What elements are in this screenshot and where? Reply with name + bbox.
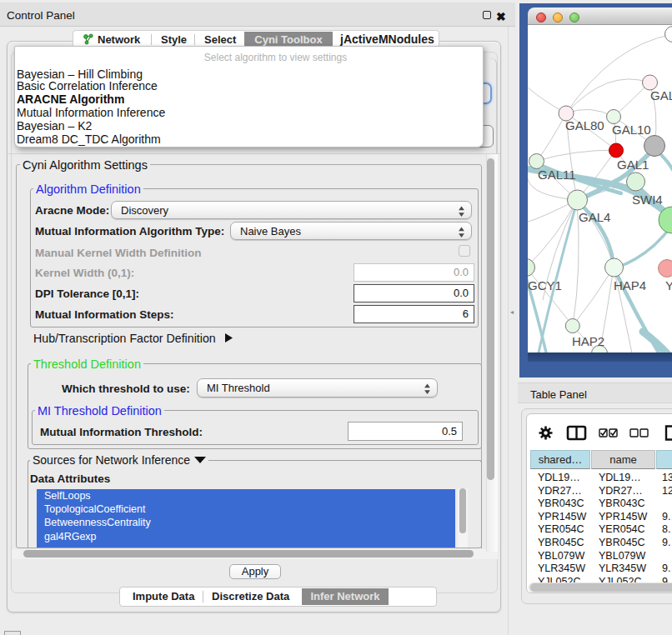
svg-text:GAL10: GAL10: [612, 122, 651, 137]
svg-text:HAP2: HAP2: [572, 334, 604, 348]
svg-text:HAP4: HAP4: [614, 278, 646, 292]
svg-text:Y: Y: [665, 278, 672, 292]
svg-text:GCY1: GCY1: [528, 278, 562, 292]
svg-text:GAL80: GAL80: [565, 118, 604, 132]
svg-text:SWI4: SWI4: [632, 192, 663, 207]
svg-text:GAL11: GAL11: [538, 168, 576, 182]
svg-text:GAL2: GAL2: [650, 88, 672, 102]
svg-text:GAL4: GAL4: [579, 210, 610, 224]
svg-text:GAL1: GAL1: [617, 158, 649, 172]
